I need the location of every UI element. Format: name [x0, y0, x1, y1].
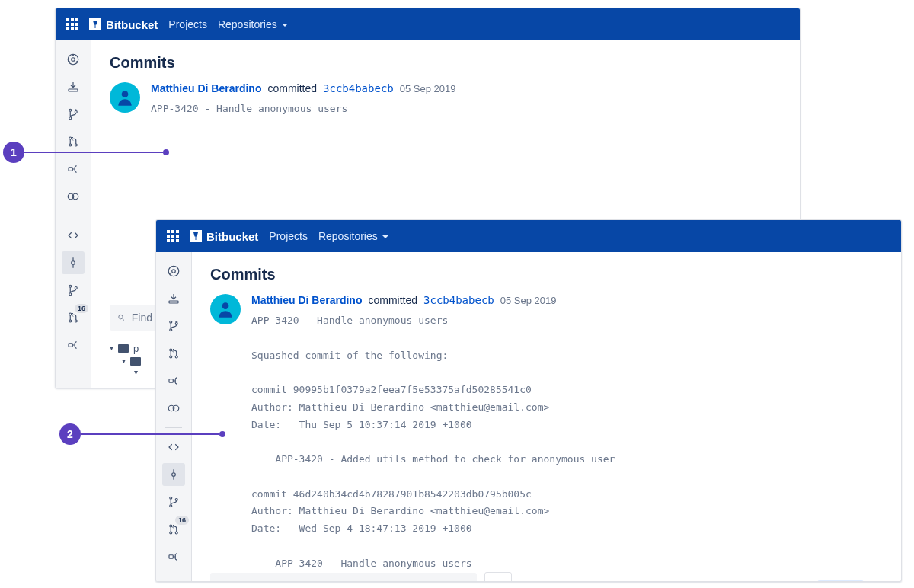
callout-1: 1	[3, 142, 169, 163]
bitbucket-logo-icon	[89, 18, 101, 30]
avatar[interactable]	[110, 82, 140, 113]
crumb[interactable]: plugins	[535, 580, 568, 582]
window-2: Bitbucket Projects Repositories 16 Commi…	[155, 219, 902, 582]
commit-verb: committed	[368, 294, 417, 306]
svg-point-27	[173, 266, 174, 267]
callout-2: 2	[59, 423, 225, 445]
crumb[interactable]: src	[632, 580, 647, 582]
bitbucket-logo-icon	[190, 230, 202, 242]
clone-icon[interactable]	[62, 75, 85, 98]
svg-point-15	[72, 261, 75, 265]
callout-number: 1	[3, 142, 24, 163]
tree-row[interactable]: ▾	[110, 367, 141, 379]
app-switcher-icon[interactable]	[66, 18, 78, 30]
clone-icon[interactable]	[162, 287, 185, 310]
fork-icon[interactable]	[162, 369, 185, 392]
svg-point-48	[222, 302, 229, 309]
crumb[interactable]: prop-types	[716, 580, 766, 582]
branches-icon[interactable]	[162, 491, 185, 513]
commit-author[interactable]: Matthieu Di Berardino	[151, 82, 261, 94]
nav-projects[interactable]: Projects	[168, 18, 207, 30]
svg-point-43	[175, 499, 177, 501]
folder-icon	[118, 344, 129, 353]
svg-point-35	[170, 356, 172, 358]
top-nav: Bitbucket Projects Repositories	[56, 8, 800, 40]
svg-point-20	[69, 320, 72, 322]
svg-point-31	[170, 321, 172, 323]
svg-point-4	[69, 61, 70, 62]
source-icon[interactable]	[62, 224, 85, 247]
file-breadcrumb: plugins / frontend / src / next / util /…	[535, 580, 864, 582]
brand[interactable]: Bitbucket	[89, 18, 158, 31]
brand[interactable]: Bitbucket	[190, 230, 258, 243]
overview-icon[interactable]	[62, 48, 85, 71]
svg-point-44	[170, 525, 172, 527]
svg-point-18	[75, 287, 77, 289]
page-title: Commits	[110, 54, 781, 72]
svg-point-36	[175, 356, 177, 358]
svg-rect-5	[69, 89, 78, 91]
svg-point-24	[119, 315, 123, 318]
svg-point-34	[170, 349, 172, 351]
svg-point-6	[69, 109, 72, 111]
svg-point-28	[177, 273, 178, 274]
svg-point-41	[170, 497, 172, 499]
folder-icon	[130, 357, 141, 366]
svg-point-40	[172, 473, 176, 477]
svg-rect-22	[69, 344, 72, 347]
search-icon	[218, 580, 228, 582]
pr-count-badge: 16	[175, 516, 189, 525]
svg-point-46	[175, 532, 177, 534]
svg-point-45	[170, 532, 172, 534]
nav-repositories[interactable]: Repositories	[218, 18, 288, 30]
search-placeholder: Find text in diff and context lines	[235, 580, 387, 582]
commits-icon[interactable]	[62, 251, 85, 274]
svg-point-8	[75, 111, 77, 113]
sidebar: 16	[156, 252, 192, 581]
forks-icon[interactable]	[162, 545, 185, 568]
crumb[interactable]: frontend	[580, 580, 619, 582]
crumb[interactable]: next	[658, 580, 678, 582]
collapse-button[interactable]: «	[484, 572, 512, 582]
forks-icon[interactable]	[62, 334, 85, 356]
app-switcher-icon[interactable]	[167, 230, 179, 242]
file-status-badge: MODIFIED	[817, 580, 864, 582]
overview-icon[interactable]	[162, 260, 185, 283]
commit-author[interactable]: Matthieu Di Berardino	[251, 294, 362, 306]
create-branch-icon[interactable]	[162, 315, 185, 337]
tree-label: p	[133, 343, 139, 354]
branches-icon[interactable]	[62, 279, 85, 302]
nav-repositories[interactable]: Repositories	[318, 230, 388, 242]
tree-row[interactable]: ▾p	[110, 341, 141, 356]
svg-point-29	[169, 273, 171, 274]
tree-row[interactable]: ▾	[110, 356, 141, 367]
commit-hash[interactable]: 3ccb4babecb	[323, 82, 394, 94]
commits-icon[interactable]	[162, 463, 185, 486]
pull-requests-icon[interactable]: 16	[162, 518, 185, 541]
sidebar-divider	[65, 216, 81, 216]
nav-projects[interactable]: Projects	[269, 230, 308, 242]
create-branch-icon[interactable]	[62, 103, 85, 126]
commit-verb: committed	[267, 82, 317, 94]
content: Commits Matthieu Di Berardino committed …	[192, 252, 901, 581]
crumb-file[interactable]: user.js	[778, 580, 812, 582]
compare-icon[interactable]	[162, 397, 185, 420]
commit-message: APP-3420 - Handle anonymous users	[151, 101, 456, 118]
svg-rect-37	[169, 379, 173, 383]
svg-point-3	[76, 61, 78, 62]
search-icon	[117, 312, 126, 323]
commit-header: Matthieu Di Berardino committed 3ccb4bab…	[110, 82, 781, 118]
svg-point-19	[69, 313, 72, 315]
avatar[interactable]	[210, 294, 241, 324]
svg-rect-12	[69, 168, 72, 171]
compare-icon[interactable]	[62, 185, 85, 208]
pull-requests-icon[interactable]: 16	[62, 306, 85, 329]
svg-point-7	[69, 117, 72, 120]
crumb[interactable]: util	[690, 580, 704, 582]
diff-search[interactable]: Find	[110, 305, 160, 331]
create-pr-icon[interactable]	[162, 342, 185, 365]
diff-search[interactable]: Find text in diff and context lines	[210, 573, 477, 582]
svg-point-42	[170, 505, 172, 507]
commit-hash[interactable]: 3ccb4babecb	[423, 294, 494, 306]
commit-message-full: APP-3420 - Handle anonymous users Squash…	[251, 312, 615, 572]
